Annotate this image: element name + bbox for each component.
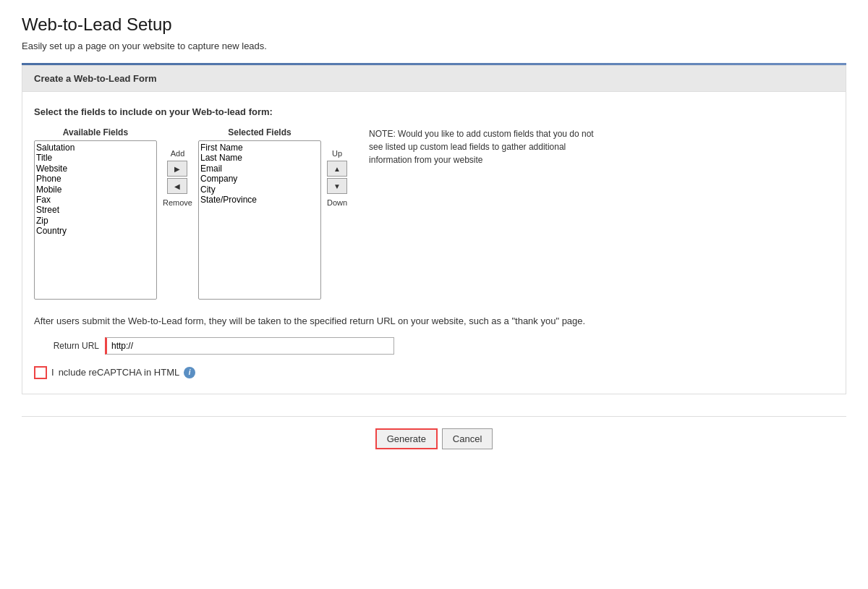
available-fields-label: Available Fields	[63, 127, 128, 137]
captcha-row: I nclude reCAPTCHA in HTML i	[34, 366, 834, 379]
generate-button[interactable]: Generate	[375, 428, 438, 449]
selected-fields-group: Selected Fields First Name Last Name Ema…	[198, 127, 321, 300]
down-button[interactable]: ▼	[327, 178, 347, 194]
fields-area: Available Fields Salutation Title Websit…	[34, 127, 347, 300]
section-body: Select the fields to include on your Web…	[22, 92, 846, 394]
return-url-desc: After users submit the Web-to-Lead form,…	[34, 314, 834, 329]
section-header: Create a Web-to-Lead Form	[22, 66, 846, 92]
captcha-checkbox[interactable]	[34, 366, 47, 379]
remove-button[interactable]: ◀	[167, 178, 187, 194]
add-button[interactable]: ▶	[167, 161, 187, 177]
remove-label: Remove	[163, 198, 192, 207]
captcha-label: I	[51, 367, 54, 378]
return-url-label: Return URL	[34, 339, 99, 352]
return-url-row: Return URL	[34, 337, 834, 355]
fields-row: Available Fields Salutation Title Websit…	[34, 127, 834, 300]
updown-buttons: Up ▲ ▼ Down	[327, 149, 347, 207]
move-buttons: Add ▶ ◀ Remove	[163, 149, 192, 207]
section-card: Create a Web-to-Lead Form Select the fie…	[22, 65, 846, 394]
note-text: NOTE: Would you like to add custom field…	[369, 127, 600, 166]
page-title: Web-to-Lead Setup	[22, 14, 846, 35]
add-label: Add	[171, 149, 185, 158]
fields-label: Select the fields to include on your Web…	[34, 106, 834, 117]
selected-fields-select[interactable]: First Name Last Name Email Company City …	[198, 140, 321, 300]
available-fields-group: Available Fields Salutation Title Websit…	[34, 127, 157, 300]
cancel-button[interactable]: Cancel	[442, 428, 493, 449]
info-icon[interactable]: i	[184, 367, 195, 378]
page-subtitle: Easily set up a page on your website to …	[22, 41, 846, 51]
return-url-input[interactable]	[105, 337, 394, 355]
up-label: Up	[332, 149, 342, 158]
available-fields-select[interactable]: Salutation Title Website Phone Mobile Fa…	[34, 140, 157, 300]
footer-buttons: Generate Cancel	[22, 416, 846, 461]
captcha-label-text: nclude reCAPTCHA in HTML	[59, 367, 180, 378]
page-wrapper: Web-to-Lead Setup Easily set up a page o…	[0, 0, 868, 475]
return-url-section: After users submit the Web-to-Lead form,…	[34, 314, 834, 355]
down-label: Down	[327, 198, 347, 207]
selected-fields-label: Selected Fields	[228, 127, 291, 137]
up-button[interactable]: ▲	[327, 161, 347, 177]
